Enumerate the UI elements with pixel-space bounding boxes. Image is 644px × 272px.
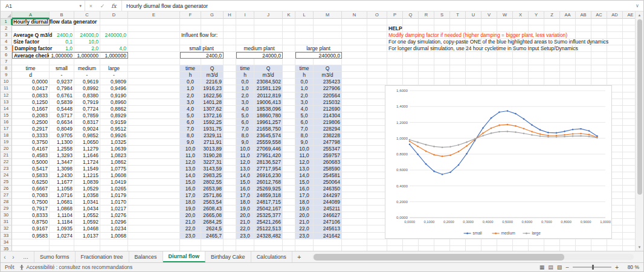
cell-C13[interactable]: 0,7919 xyxy=(74,99,100,106)
column-header-G[interactable]: G xyxy=(201,11,224,19)
cell-G4[interactable] xyxy=(201,39,224,45)
cell-Z2[interactable] xyxy=(544,25,560,32)
cell-AE27[interactable] xyxy=(623,192,635,199)
cell-E22[interactable] xyxy=(128,159,180,166)
cell-M27[interactable]: 244297 xyxy=(314,192,342,199)
cell-M10[interactable]: 235423 xyxy=(314,79,342,85)
column-header-W[interactable]: W xyxy=(497,11,513,19)
cell-O8[interactable] xyxy=(367,65,387,72)
row-header-20[interactable]: 20 xyxy=(1,146,12,152)
column-header-AA[interactable]: AA xyxy=(560,11,576,19)
column-header-Z[interactable]: Z xyxy=(544,11,560,19)
cell-A23[interactable]: 0,5417 xyxy=(12,166,50,172)
cell-F17[interactable]: 7,0 xyxy=(180,126,201,132)
cell-J28[interactable]: 24817,715 xyxy=(254,199,283,206)
cell-L2[interactable] xyxy=(295,25,314,32)
cell-K29[interactable] xyxy=(283,206,295,212)
cell-AE8[interactable] xyxy=(623,65,635,72)
cell-L6[interactable]: 240000,0 xyxy=(295,52,342,59)
cell-A5[interactable]: Damping factor xyxy=(12,45,50,52)
cell-P6[interactable] xyxy=(387,52,403,59)
cell-E6[interactable] xyxy=(128,52,180,59)
sheet-nav-left-icon[interactable]: ‹ xyxy=(1,251,9,262)
cell-N22[interactable] xyxy=(342,159,367,166)
cell-X2[interactable] xyxy=(513,25,529,32)
cell-M28[interactable]: 244089 xyxy=(314,199,342,206)
cell-A22[interactable]: 0,5000 xyxy=(12,159,50,166)
cell-A18[interactable]: 0,3333 xyxy=(12,132,50,139)
cell-F19[interactable]: 9,0 xyxy=(180,139,201,146)
cell-D9[interactable]: - xyxy=(100,72,128,79)
cell-A26[interactable]: 0,6667 xyxy=(12,186,50,192)
cell-AB9[interactable] xyxy=(576,72,591,79)
cell-K17[interactable] xyxy=(283,126,295,132)
cell-M17[interactable]: 228294 xyxy=(314,126,342,132)
cell-D21[interactable]: 1,0823 xyxy=(100,152,128,159)
cell-G27[interactable]: 2571,86 xyxy=(201,192,224,199)
cell-I1[interactable] xyxy=(236,19,254,25)
cell-G34[interactable] xyxy=(201,239,224,246)
cell-I16[interactable]: 6,0 xyxy=(236,119,254,126)
cell-W2[interactable] xyxy=(497,25,513,32)
cell-C35[interactable] xyxy=(74,246,100,251)
cell-I3[interactable] xyxy=(236,32,254,39)
cell-AD7[interactable] xyxy=(607,59,623,65)
cell-V10[interactable] xyxy=(481,79,497,85)
cell-AE4[interactable] xyxy=(623,39,635,45)
cell-J14[interactable]: 18538,096 xyxy=(254,106,283,112)
cell-P35[interactable] xyxy=(387,246,403,251)
cell-Q6[interactable] xyxy=(403,52,419,59)
cell-L24[interactable]: 14,0 xyxy=(295,172,314,179)
cell-E1[interactable] xyxy=(128,19,180,25)
cell-M30[interactable]: 246627 xyxy=(314,212,342,219)
cell-AE23[interactable] xyxy=(623,166,635,172)
cell-Q7[interactable] xyxy=(403,59,419,65)
cell-G35[interactable] xyxy=(201,246,224,251)
cell-N20[interactable] xyxy=(342,146,367,152)
cell-A2[interactable] xyxy=(12,25,50,32)
cell-O3[interactable] xyxy=(367,32,387,39)
cell-AC10[interactable] xyxy=(591,79,607,85)
cell-O6[interactable] xyxy=(367,52,387,59)
cell-K26[interactable] xyxy=(283,186,295,192)
cell-AA6[interactable] xyxy=(560,52,576,59)
cell-C6[interactable]: 1,000000 xyxy=(74,52,100,59)
cell-Q10[interactable] xyxy=(403,79,419,85)
cell-D23[interactable]: 1,0775 xyxy=(100,166,128,172)
cell-Q35[interactable] xyxy=(403,246,419,251)
cell-S2[interactable] xyxy=(434,25,450,32)
cell-U7[interactable] xyxy=(466,59,481,65)
cell-C18[interactable]: 0,9852 xyxy=(74,132,100,139)
cell-W9[interactable] xyxy=(497,72,513,79)
cell-AD3[interactable] xyxy=(607,32,623,39)
cell-C28[interactable]: 1,0341 xyxy=(74,199,100,206)
cell-D1[interactable] xyxy=(100,19,128,25)
cell-J19[interactable]: 25559,558 xyxy=(254,139,283,146)
cell-M12[interactable]: 220564 xyxy=(314,92,342,99)
cell-AE20[interactable] xyxy=(623,146,635,152)
cell-R2[interactable] xyxy=(419,25,434,32)
row-header-2[interactable]: 2 xyxy=(1,25,12,32)
cell-I2[interactable] xyxy=(236,25,254,32)
cell-AE3[interactable] xyxy=(623,32,635,39)
cell-I27[interactable]: 17,0 xyxy=(236,192,254,199)
cell-W10[interactable] xyxy=(497,79,513,85)
cell-C31[interactable]: 1,0592 xyxy=(74,219,100,225)
sheet-tab-more-sheets[interactable]: … xyxy=(18,251,34,262)
cell-Z7[interactable] xyxy=(544,59,560,65)
row-header-23[interactable]: 23 xyxy=(1,166,12,172)
cell-L9[interactable]: h xyxy=(295,72,314,79)
cell-W35[interactable] xyxy=(497,246,513,251)
cell-T7[interactable] xyxy=(450,59,466,65)
cell-C24[interactable]: 1,1215 xyxy=(74,172,100,179)
cell-H33[interactable] xyxy=(224,233,236,239)
cell-AE9[interactable] xyxy=(623,72,635,79)
column-header-V[interactable]: V xyxy=(481,11,497,19)
cell-X1[interactable] xyxy=(513,19,529,25)
cell-E33[interactable] xyxy=(128,233,180,239)
cell-O34[interactable] xyxy=(367,239,387,246)
cell-M11[interactable]: 227906 xyxy=(314,85,342,92)
cell-AD8[interactable] xyxy=(607,65,623,72)
cell-X9[interactable] xyxy=(513,72,529,79)
cell-I21[interactable]: 11,0 xyxy=(236,152,254,159)
